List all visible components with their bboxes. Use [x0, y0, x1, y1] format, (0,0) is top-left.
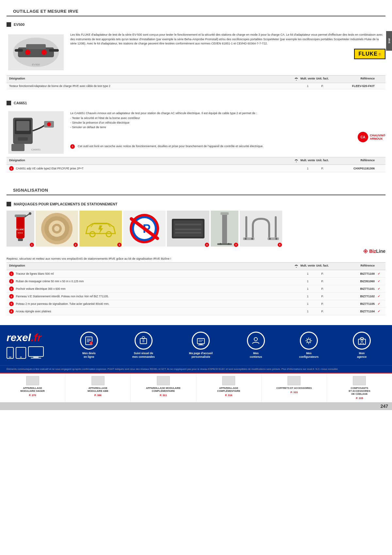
ev500-image-svg: EV500 [8, 34, 64, 70]
nav-page-app-comp: P. 316 [225, 394, 232, 397]
svg-rect-63 [20, 357, 22, 357]
ca6651-features-list: Tester la sécurité et l'état de la borne… [70, 116, 385, 130]
mq-row-4: 4 Panneau V.E Stationnement interdit. Po… [7, 293, 385, 300]
svg-point-57 [251, 238, 253, 240]
mq-row6-ref: BIZ771104 [329, 310, 375, 313]
svg-rect-20 [16, 216, 24, 238]
mq-row3-num: 3 [9, 286, 14, 291]
ev500-black-square [7, 22, 11, 27]
mq-row-6: 6 Arceau épingle avec platines 1 P. BIZ7… [7, 308, 385, 315]
mq-row6-mult: 1 [300, 310, 316, 313]
no-parking-svg: P [123, 211, 166, 247]
mq-row5-mult: 1 [300, 302, 316, 305]
ca6651-row1-mult: 1 [300, 167, 316, 170]
bizline-icon [363, 249, 368, 254]
mq-row6-unit: P. [316, 310, 329, 313]
mq-row4-designation: 4 Panneau V.E Stationnement interdit. Po… [9, 294, 293, 299]
marquage-num-6: 6 [278, 243, 282, 247]
signalisation-desc: Repérez, sécurisez et mettez aux normes … [0, 255, 392, 262]
mq-row2-mult: 1 [300, 280, 316, 283]
ca6651-black-square [7, 101, 11, 105]
rubber-strip-svg [167, 211, 209, 247]
nav-item-abb[interactable]: APPAREILLAGEMODULAIRE ABB P. 386 [65, 373, 131, 402]
ca6651-th-icon [375, 159, 383, 163]
svg-text:CA: CA [361, 135, 365, 139]
tablet-icon [16, 347, 26, 359]
marquages-black-square [7, 202, 11, 206]
mq-row3-ref: BIZ771101 [329, 287, 375, 290]
ev500-title: EV500 [14, 23, 24, 26]
marquage-num-3: 3 [117, 243, 122, 247]
chauvin-arnoux-logo: CA CHAUVIN® ARNOUX [358, 132, 385, 142]
service-configurateurs-label: Mesconfigurateurs [299, 352, 319, 359]
mq-row2-unit: P. [316, 280, 329, 283]
ca6651-th-unit: Unit. fact. [316, 159, 329, 163]
marquage-num-4: 4 [205, 243, 209, 247]
section-outillage: OUTILLAGE ET MESURE IRVE EV500 [0, 5, 392, 172]
section-title-outillage: OUTILLAGE ET MESURE IRVE [13, 9, 379, 14]
svg-point-83 [307, 339, 310, 342]
mq-row4-check: ✓ [375, 295, 383, 298]
mq-th-unit: Unit. fact. [316, 264, 329, 269]
svg-rect-45 [175, 229, 201, 230]
th-icon [375, 77, 383, 81]
chauvin-logo-icon: CA [358, 132, 368, 142]
fluke-logo-text: FLUKE [359, 51, 378, 57]
svg-line-91 [307, 342, 307, 343]
rexel-logo: rexel.fr [7, 332, 59, 344]
section-header-outillage: OUTILLAGE ET MESURE IRVE [7, 5, 385, 16]
phone-icon [7, 347, 14, 359]
svg-point-5 [25, 50, 30, 55]
service-configurateurs-circle [300, 332, 318, 350]
nav-item-modulaire-comp[interactable]: APPAREILLAGE MODULAIRECOMPLÉMENTAIRE P. … [131, 373, 196, 402]
svg-rect-46 [175, 232, 201, 234]
chauvin-circle-icon: CA [360, 134, 366, 140]
mq-row3-check: ✓ [375, 287, 383, 290]
nav-item-hager[interactable]: APPAREILLAGEMODULAIRE HAGER P. 270 [0, 373, 65, 402]
svg-rect-22 [18, 238, 23, 241]
marquage-num-2: 2 [74, 243, 78, 247]
ca6651-footnote-text: Cet outil est livré en sacoche avec noti… [78, 144, 264, 149]
th-reference: Référence [329, 77, 375, 81]
ca6651-header: CA6651 [0, 97, 392, 108]
mq-row2-check: ✓ [375, 280, 383, 283]
marquage-img-6: 6 [240, 211, 282, 247]
svg-line-88 [307, 338, 307, 339]
service-devis-label: Mes devisen ligne [82, 352, 96, 359]
mq-row4-unit: P. [316, 295, 329, 298]
nav-item-app-comp[interactable]: APPAREILLAGECOMPLÉMENTAIRE P. 316 [196, 373, 262, 402]
th-unit-fact: Unit. fact. [316, 77, 329, 81]
marquages-table: Désignation Mult. vente Unit. fact. Réfé… [7, 262, 385, 315]
mq-row6-num: 6 [9, 309, 14, 314]
bottom-nav: APPAREILLAGEMODULAIRE HAGER P. 270 APPAR… [0, 373, 392, 402]
service-commandes: Suivi visuel demes commandes [132, 332, 155, 359]
marquage-img-3: 3 [79, 211, 122, 247]
service-contenus-circle [247, 332, 265, 350]
mq-row2-num: 2 [9, 279, 14, 284]
mq-th-wifi [293, 264, 300, 269]
mq-row5-unit: P. [316, 302, 329, 305]
service-devis: € Mes devisen ligne [80, 332, 98, 359]
ca6651-wifi-icon [294, 159, 298, 163]
section-signalisation: SIGNALISATION MARQUAGES POUR EMPLACEMENT… [0, 184, 392, 315]
svg-rect-61 [9, 357, 11, 357]
mq-row2-designation: 2 Ruban de masquage crème 50 mm x 50 m x… [9, 279, 293, 284]
nav-label-modulaire-comp: APPAREILLAGE MODULAIRECOMPLÉMENTAIRE [146, 387, 181, 392]
service-contenus-label: Mescontenus [250, 352, 262, 359]
svg-rect-4 [49, 49, 59, 52]
service-devis-circle: € [80, 332, 98, 350]
accueil-icon [196, 336, 206, 346]
biz-prefix: Biz [369, 249, 376, 254]
nav-item-composants[interactable]: COMPOSANTSET ACCESSOIRESDE CÂBLAGE P. 33… [327, 373, 392, 402]
mq-wifi-icon [294, 264, 298, 268]
car-stencil-svg [79, 211, 122, 247]
bottom-banner: rexel.fr [0, 325, 392, 365]
nav-img-modulaire-comp [157, 376, 170, 385]
ca6651-title: CA6651 [14, 101, 27, 105]
ca6651-row1-unit: P. [316, 167, 329, 170]
ca6651-th-wifi [293, 159, 300, 163]
marquages-title: MARQUAGES POUR EMPLACEMENTS DE STATIONNE… [14, 202, 117, 206]
mq-row1-unit: P. [316, 272, 329, 275]
nav-item-coffrets[interactable]: COFFRETS ET ACCESSOIRES P. 323 [262, 373, 327, 402]
side-tab: IRVE [386, 31, 392, 51]
